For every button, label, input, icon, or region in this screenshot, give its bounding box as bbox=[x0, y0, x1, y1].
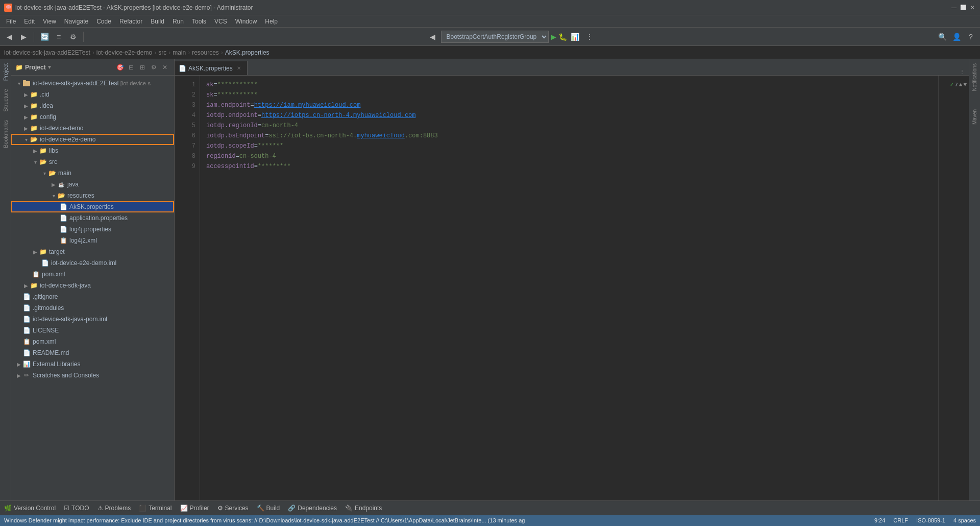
tree-item-resources[interactable]: ▾ 📂 resources bbox=[11, 190, 174, 201]
left-tab-bookmarks[interactable]: Bookmarks bbox=[1, 116, 10, 152]
sync-button[interactable]: 🔄 bbox=[38, 31, 51, 43]
run-button[interactable]: ▶ bbox=[551, 33, 556, 41]
breadcrumb-src[interactable]: src bbox=[158, 49, 166, 56]
sidebar-expand-btn[interactable]: ⊞ bbox=[137, 62, 148, 73]
bottom-tool-endpoints[interactable]: 🔌 Endpoints bbox=[345, 505, 382, 512]
back-button[interactable]: ◀ bbox=[3, 31, 15, 43]
sidebar-locate-btn[interactable]: 🎯 bbox=[115, 62, 125, 73]
sidebar-collapse-btn[interactable]: ⊟ bbox=[126, 62, 136, 73]
sidebar-hide-btn[interactable]: ✕ bbox=[160, 62, 170, 73]
bottom-tool-version-control[interactable]: 🌿 Version Control bbox=[4, 505, 56, 512]
breadcrumb-project[interactable]: iot-device-sdk-java-addE2ETest bbox=[4, 49, 90, 56]
collapse-button[interactable]: ≡ bbox=[53, 31, 65, 43]
editor-tab-aksk[interactable]: 📄 AkSK.properties ✕ bbox=[175, 61, 248, 75]
sidebar-settings-btn[interactable]: ⚙ bbox=[149, 62, 159, 73]
left-tab-structure[interactable]: Structure bbox=[1, 85, 10, 116]
tree-item-ext-libs[interactable]: ▶ 📊 External Libraries bbox=[11, 358, 174, 370]
left-tab-project[interactable]: Project bbox=[1, 59, 10, 85]
breadcrumb-module[interactable]: iot-device-e2e-demo bbox=[96, 49, 152, 56]
bottom-tool-build[interactable]: 🔨 Build bbox=[257, 505, 280, 512]
tree-item-libs[interactable]: ▶ 📁 libs bbox=[11, 145, 174, 156]
status-right: 9:24 CRLF ISO-8859-1 4 spaces bbox=[874, 517, 976, 523]
menu-build[interactable]: Build bbox=[146, 17, 168, 26]
tree-item-src[interactable]: ▾ 📂 src bbox=[11, 156, 174, 168]
tree-item-gitignore[interactable]: 📄 .gitignore bbox=[11, 291, 174, 302]
tree-item-log4j-props[interactable]: 📄 log4j.properties bbox=[11, 224, 174, 235]
tree-item-cid[interactable]: ▶ 📁 .cid bbox=[11, 89, 174, 100]
run-coverage-btn[interactable]: 📊 bbox=[569, 31, 581, 43]
tree-item-aksk[interactable]: 📄 AkSK.properties bbox=[11, 201, 174, 212]
help-button[interactable]: ? bbox=[965, 31, 977, 43]
user-button[interactable]: 👤 bbox=[950, 31, 963, 43]
bottom-tool-terminal[interactable]: ⬛ Terminal bbox=[139, 505, 172, 512]
menu-tools[interactable]: Tools bbox=[188, 17, 210, 26]
right-tab-notifications[interactable]: Notifications bbox=[970, 59, 979, 95]
tree-item-scratches[interactable]: ▶ ✏ Scratches and Consoles bbox=[11, 370, 174, 381]
close-button[interactable]: ✕ bbox=[969, 4, 976, 11]
tree-item-license[interactable]: 📄 LICENSE bbox=[11, 325, 174, 336]
settings-button[interactable]: ⚙ bbox=[67, 31, 79, 43]
bottom-tool-services[interactable]: ⚙ Services bbox=[217, 505, 249, 512]
code-line-6: iotdp.bsEndpoint=ssl://iot-bs.cn-north-4… bbox=[206, 131, 932, 141]
maximize-button[interactable]: ⬜ bbox=[960, 4, 967, 11]
menu-help[interactable]: Help bbox=[261, 17, 282, 26]
run-back-btn[interactable]: ◀ bbox=[427, 31, 439, 43]
bottom-tool-dependencies[interactable]: 🔗 Dependencies bbox=[288, 505, 337, 512]
tree-item-pom[interactable]: 📋 pom.xml bbox=[11, 269, 174, 280]
tree-item-sdk-java[interactable]: ▶ 📁 iot-device-sdk-java bbox=[11, 280, 174, 291]
tree-item-java[interactable]: ▶ ☕ java bbox=[11, 179, 174, 190]
tree-item-e2e-demo[interactable]: ▾ 📂 iot-device-e2e-demo bbox=[11, 134, 174, 145]
more-run-btn[interactable]: ⋮ bbox=[583, 31, 596, 43]
search-button[interactable]: 🔍 bbox=[936, 31, 948, 43]
menu-code[interactable]: Code bbox=[92, 17, 115, 26]
menu-window[interactable]: Window bbox=[231, 17, 261, 26]
status-line-col[interactable]: 9:24 bbox=[874, 517, 885, 523]
menu-vcs[interactable]: VCS bbox=[210, 17, 231, 26]
menu-run[interactable]: Run bbox=[168, 17, 188, 26]
right-tab-maven[interactable]: Maven bbox=[970, 105, 979, 129]
right-strip: Notifications Maven bbox=[969, 59, 980, 500]
tree-item-target[interactable]: ▶ 📁 target bbox=[11, 246, 174, 257]
tree-item-iot-demo[interactable]: ▶ 📁 iot-device-demo bbox=[11, 123, 174, 134]
editor-toolbar-right: ⋮ bbox=[960, 69, 969, 75]
menu-file[interactable]: File bbox=[2, 17, 20, 26]
project-sidebar: 📁 Project ▾ 🎯 ⊟ ⊞ ⚙ ✕ ▾ iot-device-sdk-j… bbox=[11, 59, 175, 500]
breadcrumb-main[interactable]: main bbox=[173, 49, 186, 56]
tree-item-root[interactable]: ▾ iot-device-sdk-java-addE2ETest [iot-de… bbox=[11, 78, 174, 89]
profiler-icon: 📈 bbox=[180, 505, 188, 512]
status-charset[interactable]: ISO-8859-1 bbox=[916, 517, 945, 523]
main-area: Project Structure Bookmarks 📁 Project ▾ … bbox=[0, 59, 980, 500]
window-controls[interactable]: — ⬜ ✕ bbox=[950, 4, 976, 11]
minimize-button[interactable]: — bbox=[950, 4, 958, 11]
tree-item-root-pom[interactable]: 📋 pom.xml bbox=[11, 336, 174, 347]
status-indent[interactable]: 4 spaces bbox=[953, 517, 976, 523]
bottom-tool-profiler[interactable]: 📈 Profiler bbox=[180, 505, 209, 512]
tree-item-readme[interactable]: 📄 README.md bbox=[11, 347, 174, 358]
tree-item-sdk-pom-iml[interactable]: 📄 iot-device-sdk-java-pom.iml bbox=[11, 314, 174, 325]
tree-item-main[interactable]: ▾ 📂 main bbox=[11, 168, 174, 179]
tree-item-log4j2-xml[interactable]: 📋 log4j2.xml bbox=[11, 235, 174, 246]
tree-item-gitmodules[interactable]: 📄 .gitmodules bbox=[11, 302, 174, 314]
run-config-select[interactable]: BootstrapCertAuthRegisterGroup bbox=[441, 31, 549, 43]
menu-view[interactable]: View bbox=[39, 17, 60, 26]
tab-bar: 📄 AkSK.properties ✕ ⋮ bbox=[175, 59, 969, 76]
breadcrumb-file[interactable]: AkSK.properties bbox=[225, 49, 270, 56]
folder-icon: 📁 bbox=[15, 64, 23, 71]
tab-close-btn[interactable]: ✕ bbox=[237, 65, 241, 71]
menu-navigate[interactable]: Navigate bbox=[60, 17, 92, 26]
code-line-1: ak=*********** bbox=[206, 80, 932, 90]
status-encoding[interactable]: CRLF bbox=[893, 517, 908, 523]
tree-item-application-props[interactable]: 📄 application.properties bbox=[11, 212, 174, 224]
code-content[interactable]: ak=*********** sk=*********** iam.endpoi… bbox=[200, 76, 938, 500]
bottom-tool-todo[interactable]: ☑ TODO bbox=[64, 505, 89, 512]
forward-button[interactable]: ▶ bbox=[17, 31, 30, 43]
tree-item-config[interactable]: ▶ 📁 config bbox=[11, 111, 174, 123]
bottom-tool-problems[interactable]: ⚠ Problems bbox=[97, 505, 131, 512]
tree-item-e2e-iml[interactable]: 📄 iot-device-e2e-demo.iml bbox=[11, 257, 174, 269]
gutter-check: ✓ bbox=[950, 80, 954, 90]
breadcrumb-resources[interactable]: resources bbox=[192, 49, 219, 56]
menu-edit[interactable]: Edit bbox=[20, 17, 39, 26]
menu-refactor[interactable]: Refactor bbox=[115, 17, 146, 26]
tree-item-idea[interactable]: ▶ 📁 .idea bbox=[11, 100, 174, 111]
debug-button[interactable]: 🐛 bbox=[558, 33, 567, 41]
